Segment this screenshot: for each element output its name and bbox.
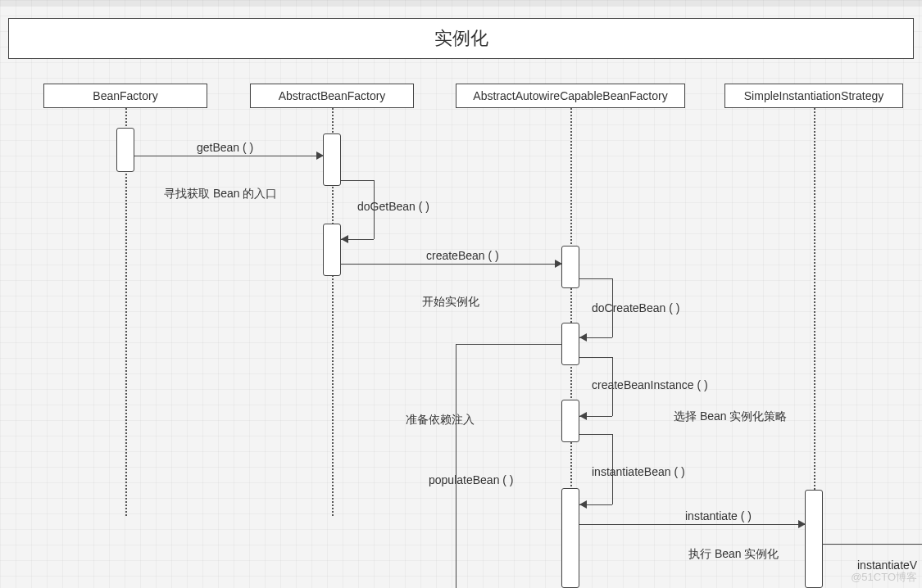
participant-label: BeanFactory xyxy=(93,89,157,102)
msg-dogetbean-out xyxy=(341,180,374,181)
note-getbean: 寻找获取 Bean 的入口 xyxy=(164,187,277,201)
msg-docreatebean-arrow xyxy=(579,333,587,341)
activation-aacbf-2 xyxy=(561,323,579,365)
msg-createbeaninstance-arrow xyxy=(579,412,587,420)
watermark: @51CTO博客 xyxy=(851,570,917,585)
msg-createbean-line xyxy=(341,264,561,265)
participant-label: AbstractAutowireCapableBeanFactory xyxy=(473,89,667,102)
msg-docreatebean-out xyxy=(579,278,612,279)
participant-label: SimpleInstantiationStrategy xyxy=(744,89,883,102)
participant-abstractautowirecapablebeanfactory: AbstractAutowireCapableBeanFactory xyxy=(456,84,685,108)
populatebean-continuation xyxy=(456,344,456,588)
note-createbean: 开始实例化 xyxy=(422,295,479,310)
note-instantiate: 执行 Bean 实例化 xyxy=(688,547,779,562)
note-populatebean: 准备依赖注入 xyxy=(406,413,475,427)
msg-populatebean-label: populateBean ( ) xyxy=(429,473,514,486)
msg-docreatebean-label: doCreateBean ( ) xyxy=(592,301,679,314)
msg-instantiatev-out xyxy=(823,544,922,545)
msg-instantiate-line xyxy=(579,524,805,525)
msg-dogetbean-arrow xyxy=(341,235,348,243)
participant-simpleinstantiationstrategy: SimpleInstantiationStrategy xyxy=(724,84,903,108)
diagram-canvas: 实例化 BeanFactory AbstractBeanFactory Abst… xyxy=(0,0,922,588)
participant-label: AbstractBeanFactory xyxy=(279,89,386,102)
msg-getbean-label: getBean ( ) xyxy=(197,141,253,154)
msg-createbean-arrow xyxy=(555,260,562,268)
activation-beanfactory xyxy=(116,128,134,172)
participant-abstractbeanfactory: AbstractBeanFactory xyxy=(250,84,414,108)
activation-aacbf-1 xyxy=(561,246,579,288)
activation-aacbf-4 xyxy=(561,488,579,588)
note-createbeaninstance: 选择 Bean 实例化策略 xyxy=(674,409,787,424)
msg-instantiatebean-arrow xyxy=(579,500,587,509)
msg-instantiate-arrow xyxy=(798,520,806,528)
msg-getbean-arrow xyxy=(316,152,324,160)
msg-createbean-label: createBean ( ) xyxy=(426,249,499,262)
msg-instantiatebean-out xyxy=(579,434,612,435)
msg-populatebean-line xyxy=(456,344,561,345)
participant-beanfactory: BeanFactory xyxy=(43,84,207,108)
activation-abstractbeanfactory-1 xyxy=(323,133,341,186)
diagram-title: 实例化 xyxy=(8,18,914,59)
msg-createbeaninstance-label: createBeanInstance ( ) xyxy=(592,378,708,391)
msg-instantiate-label: instantiate ( ) xyxy=(685,509,752,522)
msg-getbean-line xyxy=(134,156,323,156)
activation-abstractbeanfactory-2 xyxy=(323,224,341,276)
activation-sis xyxy=(805,490,823,588)
msg-dogetbean-label: doGetBean ( ) xyxy=(357,200,429,213)
activation-aacbf-3 xyxy=(561,400,579,442)
msg-instantiatebean-label: instantiateBean ( ) xyxy=(592,465,685,478)
diagram-title-text: 实例化 xyxy=(434,26,488,51)
msg-createbeaninstance-out xyxy=(579,357,612,358)
